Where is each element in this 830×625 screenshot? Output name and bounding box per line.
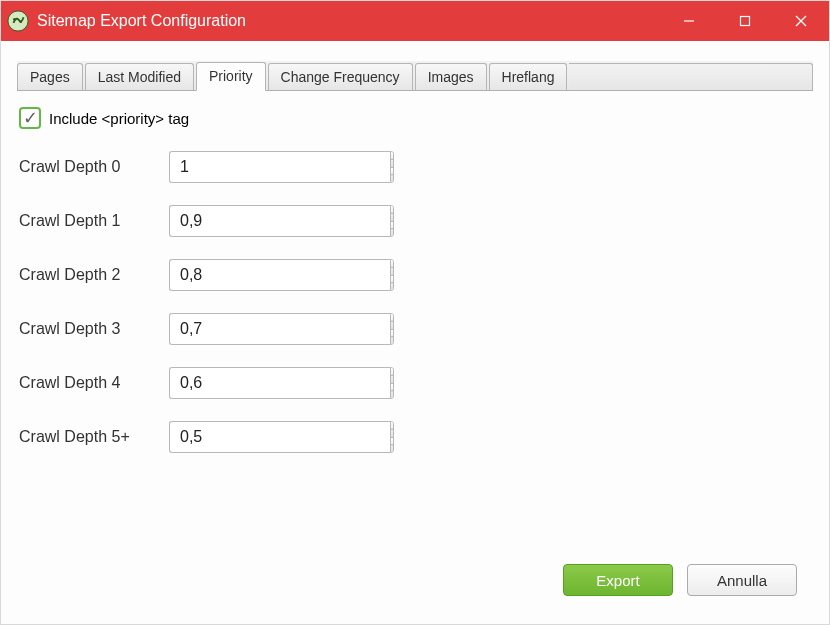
tab-label: Last Modified: [98, 69, 181, 85]
crawl-depth-1-spinner: [169, 205, 394, 237]
tab-label: Priority: [209, 68, 253, 84]
crawl-depth-5plus-input[interactable]: [169, 421, 390, 453]
crawl-depth-3-spinner: [169, 313, 394, 345]
tab-last-modified[interactable]: Last Modified: [85, 63, 194, 90]
crawl-depth-2-spinner: [169, 259, 394, 291]
button-label: Export: [596, 572, 639, 589]
svg-point-2: [20, 21, 22, 23]
crawl-depth-5plus-row: Crawl Depth 5+: [19, 421, 811, 453]
spinner-down-button[interactable]: [391, 383, 393, 399]
tab-pages[interactable]: Pages: [17, 63, 83, 90]
footer-buttons: Export Annulla: [17, 552, 813, 614]
spinner-down-button[interactable]: [391, 221, 393, 237]
crawl-depth-label: Crawl Depth 3: [19, 320, 169, 338]
cancel-button[interactable]: Annulla: [687, 564, 797, 596]
spinner-up-button[interactable]: [391, 152, 393, 167]
crawl-depth-label: Crawl Depth 5+: [19, 428, 169, 446]
crawl-depth-label: Crawl Depth 1: [19, 212, 169, 230]
content-area: Pages Last Modified Priority Change Freq…: [1, 41, 829, 624]
tab-images[interactable]: Images: [415, 63, 487, 90]
spinner-up-button[interactable]: [391, 314, 393, 329]
crawl-depth-0-spinner: [169, 151, 394, 183]
app-window: Sitemap Export Configuration Pages Last …: [0, 0, 830, 625]
crawl-depth-3-input[interactable]: [169, 313, 390, 345]
crawl-depth-1-row: Crawl Depth 1: [19, 205, 811, 237]
crawl-depth-4-row: Crawl Depth 4: [19, 367, 811, 399]
tab-label: Change Frequency: [281, 69, 400, 85]
button-label: Annulla: [717, 572, 767, 589]
maximize-button[interactable]: [717, 1, 773, 41]
titlebar: Sitemap Export Configuration: [1, 1, 829, 41]
crawl-depth-2-row: Crawl Depth 2: [19, 259, 811, 291]
spinner-down-button[interactable]: [391, 167, 393, 183]
svg-point-0: [8, 11, 28, 31]
app-icon: [7, 10, 29, 32]
spinner-up-button[interactable]: [391, 422, 393, 437]
crawl-depth-2-input[interactable]: [169, 259, 390, 291]
tab-strip: Pages Last Modified Priority Change Freq…: [17, 61, 813, 91]
tab-strip-filler: [569, 63, 813, 90]
export-button[interactable]: Export: [563, 564, 673, 596]
tab-label: Hreflang: [502, 69, 555, 85]
crawl-depth-4-spinner: [169, 367, 394, 399]
tab-priority[interactable]: Priority: [196, 62, 266, 91]
crawl-depth-rows: Crawl Depth 0 Crawl Depth 1: [19, 151, 811, 453]
tab-hreflang[interactable]: Hreflang: [489, 63, 568, 90]
crawl-depth-label: Crawl Depth 0: [19, 158, 169, 176]
svg-point-1: [13, 18, 15, 20]
crawl-depth-4-input[interactable]: [169, 367, 390, 399]
crawl-depth-label: Crawl Depth 4: [19, 374, 169, 392]
svg-rect-4: [741, 17, 750, 26]
tab-change-frequency[interactable]: Change Frequency: [268, 63, 413, 90]
include-priority-row: ✓ Include <priority> tag: [19, 107, 811, 129]
spinner-down-button[interactable]: [391, 275, 393, 291]
crawl-depth-5plus-spinner: [169, 421, 394, 453]
include-priority-label: Include <priority> tag: [49, 110, 189, 127]
spinner-up-button[interactable]: [391, 260, 393, 275]
minimize-button[interactable]: [661, 1, 717, 41]
priority-panel: ✓ Include <priority> tag Crawl Depth 0: [17, 91, 813, 552]
include-priority-checkbox[interactable]: ✓: [19, 107, 41, 129]
spinner-up-button[interactable]: [391, 368, 393, 383]
tab-label: Images: [428, 69, 474, 85]
tab-label: Pages: [30, 69, 70, 85]
crawl-depth-0-row: Crawl Depth 0: [19, 151, 811, 183]
spinner-up-button[interactable]: [391, 206, 393, 221]
window-title: Sitemap Export Configuration: [37, 12, 246, 30]
crawl-depth-0-input[interactable]: [169, 151, 390, 183]
spinner-down-button[interactable]: [391, 329, 393, 345]
close-button[interactable]: [773, 1, 829, 41]
check-icon: ✓: [23, 109, 38, 127]
crawl-depth-1-input[interactable]: [169, 205, 390, 237]
window-controls: [661, 1, 829, 41]
crawl-depth-3-row: Crawl Depth 3: [19, 313, 811, 345]
spinner-down-button[interactable]: [391, 437, 393, 453]
crawl-depth-label: Crawl Depth 2: [19, 266, 169, 284]
